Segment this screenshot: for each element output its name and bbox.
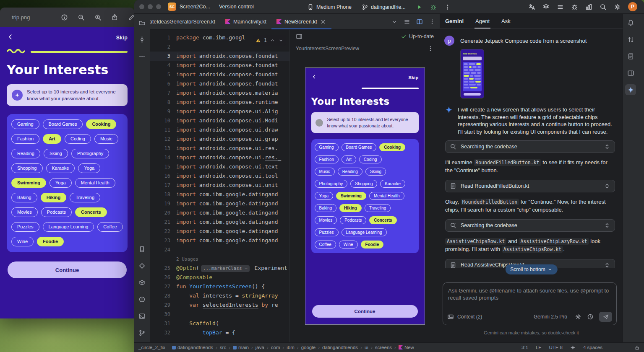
preview-layout-icon[interactable]: [296, 33, 302, 40]
code-editor[interactable]: 1 1package com.ibm.googl23import android…: [150, 30, 289, 342]
tab-mainactivity-kt[interactable]: MainActivity.kt: [220, 14, 271, 29]
send-button[interactable]: [599, 312, 612, 322]
minimize-window-button[interactable]: [148, 4, 153, 9]
debug-button[interactable]: [430, 4, 437, 10]
tab-ask[interactable]: Ask: [501, 14, 511, 28]
project-folder-icon[interactable]: [138, 19, 146, 26]
breadcrumb-item[interactable]: java: [256, 345, 264, 350]
gemini-settings-icon[interactable]: [575, 313, 581, 320]
expand-collapse-icon[interactable]: [604, 222, 610, 229]
version-control-icon[interactable]: [138, 329, 146, 336]
compose-preview-canvas[interactable]: SkipYour InterestsSelect up to 10 intere…: [305, 67, 425, 325]
continue-button[interactable]: Continue: [8, 261, 127, 278]
breadcrumb-item[interactable]: datingandfriends: [322, 345, 358, 350]
close-window-button[interactable]: [139, 4, 144, 9]
encoding[interactable]: UTF-8: [549, 345, 563, 350]
build-icon[interactable]: [138, 279, 146, 286]
breadcrumb-item[interactable]: screens: [375, 345, 392, 350]
tool-call-card[interactable]: Read RoundedFilledButton.kt: [445, 180, 615, 192]
breadcrumb-item[interactable]: datingandfriends: [172, 345, 213, 350]
breadcrumb-item[interactable]: ui: [365, 345, 368, 350]
device-selector[interactable]: Medium Phone: [307, 4, 354, 10]
back-button[interactable]: [7, 33, 14, 42]
notifications-icon[interactable]: [627, 19, 634, 26]
vcs-widget[interactable]: Version control: [219, 4, 256, 10]
running-devices-icon[interactable]: [138, 246, 146, 253]
breadcrumb-item[interactable]: src: [220, 345, 226, 350]
terminal-icon[interactable]: [138, 313, 146, 320]
inspections-widget[interactable]: 1: [253, 35, 286, 46]
skip-button[interactable]: Skip: [116, 35, 128, 41]
tab-newscreen-kt[interactable]: NewScreen.kt: [271, 14, 331, 29]
zoom-window-button[interactable]: [156, 4, 161, 9]
preview-options-icon[interactable]: [427, 45, 434, 52]
screenshot-thumbnail[interactable]: Your Interests: [460, 49, 484, 98]
user-avatar[interactable]: P: [628, 2, 637, 11]
project-selector[interactable]: Screen2Co...: [180, 4, 212, 10]
gemini-input-box[interactable]: Context (2) Gemini 2.5 Pro: [443, 282, 617, 325]
settings-icon[interactable]: [614, 3, 621, 10]
project-icon: SC: [168, 3, 176, 11]
tab-agent[interactable]: Agent: [475, 14, 490, 28]
run-configuration-selector[interactable]: datingandfrie...: [362, 4, 408, 10]
search-everywhere-icon[interactable]: [600, 3, 607, 10]
app-insights-icon[interactable]: [571, 3, 578, 10]
problems-icon[interactable]: [138, 296, 146, 303]
line-ending[interactable]: LF: [536, 345, 541, 350]
more-actions-icon[interactable]: [444, 4, 451, 10]
usages-inlay[interactable]: 2 Usages: [176, 256, 198, 262]
window-controls[interactable]: [139, 4, 161, 9]
share-icon[interactable]: [111, 14, 118, 21]
lock-icon[interactable]: [634, 345, 640, 350]
breadcrumb-item[interactable]: com: [271, 345, 280, 350]
code-token: @OptIn: [176, 265, 196, 271]
editor-options-icon[interactable]: [429, 18, 435, 25]
breadcrumb-item[interactable]: main: [233, 345, 249, 350]
hidden-tabs-icon[interactable]: [391, 18, 398, 25]
info-icon[interactable]: [61, 14, 68, 21]
split-editor-icon[interactable]: [416, 18, 423, 25]
thumb-continue-button: [464, 93, 481, 96]
logcat-icon[interactable]: [557, 3, 564, 10]
history-icon[interactable]: [587, 313, 594, 320]
gemini-input[interactable]: [447, 286, 612, 311]
tool-call-card[interactable]: Searching the codebase: [445, 140, 615, 153]
indent-setting[interactable]: 4 spaces: [583, 345, 602, 350]
close-tab-icon[interactable]: [320, 18, 326, 25]
gemini-tool-button[interactable]: [625, 84, 636, 95]
expand-collapse-icon[interactable]: [604, 143, 610, 150]
layout-inspector-icon[interactable]: [542, 3, 550, 10]
expand-collapse-icon[interactable]: [604, 262, 610, 268]
documentation-icon[interactable]: [627, 53, 634, 60]
pull-requests-icon[interactable]: [627, 36, 634, 43]
tab-ateideasgeneratorscreen-kt[interactable]: ateIdeasGeneratorScreen.kt: [150, 14, 220, 29]
zoom-out-icon[interactable]: [78, 14, 85, 21]
next-problem-icon[interactable]: [278, 38, 284, 43]
tool-call-card[interactable]: Searching the codebase: [445, 219, 615, 232]
expand-collapse-icon[interactable]: [604, 183, 610, 189]
context-selector[interactable]: Context (2): [457, 314, 484, 320]
translate-icon[interactable]: [528, 3, 535, 10]
scroll-to-bottom-button[interactable]: Scroll to bottom: [505, 264, 557, 274]
attach-image-icon[interactable]: [447, 313, 454, 320]
resource-manager-icon[interactable]: [138, 262, 146, 269]
profiler-icon[interactable]: [585, 3, 592, 10]
previous-problem-icon[interactable]: [270, 38, 275, 43]
model-selector[interactable]: Gemini 2.5 Pro: [534, 314, 569, 320]
editor-list-icon[interactable]: [404, 18, 410, 25]
more-tools-icon[interactable]: [138, 53, 146, 60]
breadcrumb-item[interactable]: google: [301, 345, 316, 350]
interest-chip: Shopping: [11, 163, 43, 173]
branch-widget[interactable]: _circle_2_fix: [138, 345, 165, 350]
run-button[interactable]: [416, 4, 422, 10]
gemini-conversation[interactable]: pGenerate Jetpack Compose code from a sc…: [440, 29, 623, 282]
edit-icon[interactable]: [128, 14, 134, 21]
cursor-position[interactable]: 3:1: [521, 345, 528, 350]
ai-status-icon[interactable]: [570, 345, 576, 350]
zoom-in-icon[interactable]: [94, 14, 102, 21]
device-explorer-icon[interactable]: [627, 70, 634, 77]
breadcrumb-item[interactable]: ibm: [287, 345, 295, 350]
breadcrumb-item[interactable]: New: [399, 345, 414, 350]
code-line: 6import androidx.compose.foundat: [150, 79, 289, 88]
commit-icon[interactable]: [138, 36, 146, 43]
